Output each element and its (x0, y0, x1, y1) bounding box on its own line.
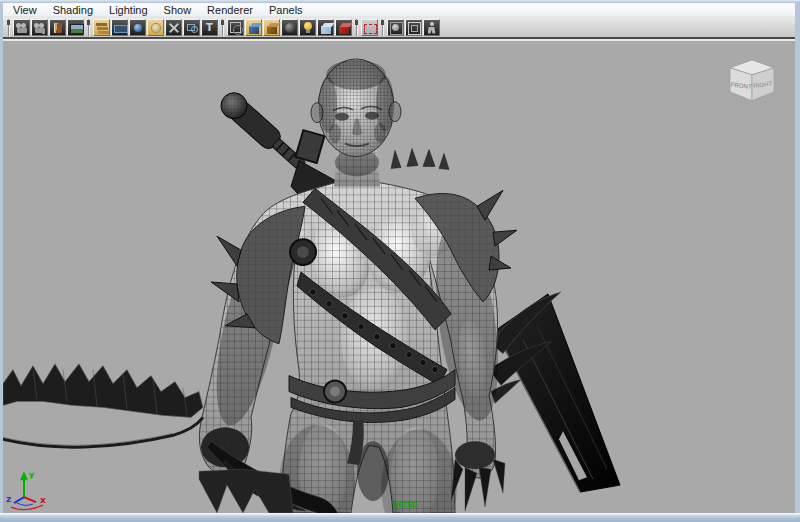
menu-panels[interactable]: Panels (261, 3, 311, 17)
menu-shading[interactable]: Shading (45, 3, 101, 17)
film-gate-button[interactable] (93, 19, 110, 36)
fill-mask-icon (150, 22, 162, 34)
use-all-lights-button[interactable] (299, 19, 316, 36)
use-default-material-button[interactable] (281, 19, 298, 36)
panel-toolbar (3, 17, 795, 39)
safe-action-icon (186, 22, 198, 34)
wireframe-mode-icon (230, 22, 242, 34)
toolbar-separator (5, 19, 12, 36)
resolution-gate-button[interactable] (111, 19, 128, 36)
camera-label: persp (393, 498, 418, 509)
axis-x-label: x (40, 495, 46, 505)
panel-menu-bar: View Shading Lighting Show Renderer Pane… (3, 3, 795, 17)
textured-mode-icon (266, 22, 278, 34)
wireframe-mode-button[interactable] (227, 19, 244, 36)
image-plane-button[interactable] (67, 19, 84, 36)
fill-mask-button[interactable] (147, 19, 164, 36)
safe-title-icon (204, 22, 216, 34)
toolbar-separator (379, 19, 386, 36)
camera-bookmarks-icon (52, 22, 64, 34)
x-ray-joints-button[interactable] (423, 19, 440, 36)
gate-mask-icon (132, 22, 144, 34)
smooth-shade-all-icon (248, 22, 260, 34)
x-ray-joints-icon (426, 22, 438, 34)
smooth-shade-all-button[interactable] (245, 19, 262, 36)
safe-action-button[interactable] (183, 19, 200, 36)
film-gate-icon (96, 22, 108, 34)
safe-title-button[interactable] (201, 19, 218, 36)
isolate-select-icon (364, 22, 376, 34)
select-camera-icon (16, 22, 28, 34)
viewport-3d[interactable]: FRONT RIGHT y z x persp (3, 41, 795, 513)
shadows-button[interactable] (335, 19, 352, 36)
axis-z-label: z (6, 494, 11, 504)
lock-camera-icon (34, 22, 46, 34)
menu-lighting[interactable]: Lighting (101, 3, 156, 17)
textured-mode-button[interactable] (263, 19, 280, 36)
x-ray-active-components-icon (408, 22, 420, 34)
image-plane-icon (70, 22, 82, 34)
camera-bookmarks-button[interactable] (49, 19, 66, 36)
wireframe-scene: FRONT RIGHT y z x persp (3, 41, 795, 513)
shadows-icon (338, 22, 350, 34)
lock-camera-button[interactable] (31, 19, 48, 36)
axis-y-label: y (29, 470, 35, 479)
toolbar-separator (85, 19, 92, 36)
x-ray-active-components-button[interactable] (405, 19, 422, 36)
no-shadows-button[interactable] (317, 19, 334, 36)
gate-mask-button[interactable] (129, 19, 146, 36)
select-camera-button[interactable] (13, 19, 30, 36)
use-default-material-icon (284, 22, 296, 34)
toolbar-separator (353, 19, 360, 36)
field-chart-button[interactable] (165, 19, 182, 36)
no-shadows-icon (320, 22, 332, 34)
menu-view[interactable]: View (5, 3, 45, 17)
menu-show[interactable]: Show (156, 3, 200, 17)
use-all-lights-icon (302, 22, 314, 34)
window-border-bottom (0, 513, 800, 522)
x-ray-icon (390, 22, 402, 34)
toolbar-separator (219, 19, 226, 36)
field-chart-icon (168, 22, 180, 34)
x-ray-button[interactable] (387, 19, 404, 36)
resolution-gate-icon (114, 22, 126, 34)
maya-viewport-panel-window: View Shading Lighting Show Renderer Pane… (0, 0, 800, 522)
menu-renderer[interactable]: Renderer (199, 3, 261, 17)
isolate-select-button[interactable] (361, 19, 378, 36)
